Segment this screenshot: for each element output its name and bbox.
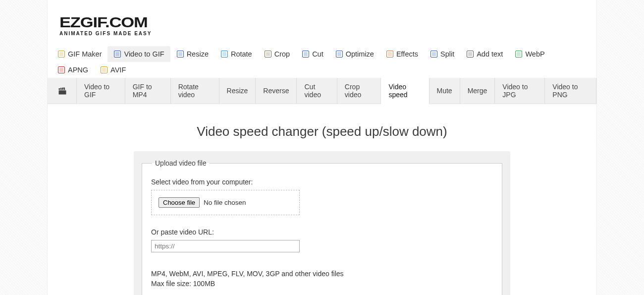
- sub-nav-item-video-to-jpg[interactable]: Video to JPG: [495, 78, 545, 104]
- video-to-gif-icon: [113, 50, 121, 58]
- file-drop-zone[interactable]: Choose file No file chosen: [151, 190, 300, 215]
- main-nav-label: Rotate: [231, 50, 252, 58]
- main-nav-label: Resize: [187, 50, 209, 58]
- sub-nav-label: Merge: [468, 87, 487, 95]
- main-nav-label: Effects: [396, 50, 418, 58]
- sub-nav-item-mute[interactable]: Mute: [429, 78, 460, 104]
- rotate-icon: [220, 50, 228, 58]
- svg-rect-3: [62, 88, 63, 90]
- main-nav-label: APNG: [68, 66, 88, 74]
- upload-legend: Upload video file: [152, 159, 210, 167]
- header: EZGIF.COM ANIMATED GIFS MADE EASY: [48, 0, 596, 41]
- sub-nav: Video to GIFGIF to MP4Rotate videoResize…: [48, 78, 596, 104]
- svg-rect-1: [59, 88, 60, 90]
- hint-formats: MP4, WebM, AVI, MPEG, FLV, MOV, 3GP and …: [151, 270, 344, 278]
- sub-nav-item-reverse[interactable]: Reverse: [256, 78, 297, 104]
- sub-nav-label: Video speed: [388, 83, 421, 99]
- main-nav-item-cut[interactable]: Cut: [296, 46, 329, 62]
- svg-rect-0: [59, 90, 66, 94]
- crop-icon: [264, 50, 272, 58]
- upload-fieldset: Upload video file Select video from your…: [142, 159, 502, 295]
- main-nav-item-crop[interactable]: Crop: [258, 46, 296, 62]
- sub-nav-item-video-to-png[interactable]: Video to PNG: [545, 78, 596, 104]
- main-nav-item-apng[interactable]: APNG: [52, 62, 94, 78]
- content: Video speed changer (speed up/slow down)…: [48, 104, 596, 295]
- hint-maxsize: Max file size: 100MB: [151, 280, 215, 288]
- choose-file-button[interactable]: Choose file: [159, 197, 200, 208]
- sub-nav-label: Video to JPG: [502, 83, 537, 99]
- sub-nav-label: GIF to MP4: [133, 83, 163, 99]
- cut-icon: [302, 50, 310, 58]
- sub-nav-label: Cut video: [304, 83, 329, 99]
- optimize-icon: [335, 50, 343, 58]
- effects-icon: [386, 50, 394, 58]
- apng-icon: [57, 66, 65, 74]
- main-nav-label: GIF Maker: [68, 50, 102, 58]
- logo-link[interactable]: EZGIF.COM ANIMATED GIFS MADE EASY: [59, 15, 585, 36]
- svg-rect-4: [63, 87, 65, 90]
- split-icon: [430, 50, 438, 58]
- file-status-text: No file chosen: [204, 199, 246, 206]
- main-nav-item-optimize[interactable]: Optimize: [329, 46, 380, 62]
- main-nav-label: Add text: [477, 50, 503, 58]
- main-nav-label: AVIF: [110, 66, 126, 74]
- upload-hint: MP4, WebM, AVI, MPEG, FLV, MOV, 3GP and …: [151, 269, 493, 289]
- svg-rect-2: [60, 88, 62, 90]
- sub-nav-item-video-to-gif[interactable]: Video to GIF: [76, 78, 125, 104]
- main-nav-item-resize[interactable]: Resize: [170, 46, 215, 62]
- main-nav-item-rotate[interactable]: Rotate: [215, 46, 258, 62]
- url-input[interactable]: [151, 240, 300, 252]
- main-nav-item-gif-maker[interactable]: GIF Maker: [52, 46, 107, 62]
- main-nav-label: Crop: [274, 50, 290, 58]
- main-nav-item-video-to-gif[interactable]: Video to GIF: [107, 46, 170, 62]
- main-nav: GIF MakerVideo to GIFResizeRotateCropCut…: [48, 41, 596, 78]
- sub-nav-label: Mute: [437, 87, 452, 95]
- film-icon: [52, 78, 76, 104]
- webp-icon: [515, 50, 523, 58]
- main-nav-item-split[interactable]: Split: [424, 46, 460, 62]
- main-nav-label: Video to GIF: [124, 50, 164, 58]
- main-nav-item-avif[interactable]: AVIF: [94, 62, 132, 78]
- url-label: Or paste video URL:: [151, 228, 493, 236]
- sub-nav-item-gif-to-mp4[interactable]: GIF to MP4: [125, 78, 171, 104]
- avif-icon: [100, 66, 108, 74]
- upload-panel: Upload video file Select video from your…: [134, 151, 510, 295]
- sub-nav-item-rotate-video[interactable]: Rotate video: [171, 78, 219, 104]
- sub-nav-label: Resize: [227, 87, 248, 95]
- sub-nav-item-resize[interactable]: Resize: [219, 78, 256, 104]
- logo-main: EZGIF.COM: [59, 15, 644, 30]
- sub-nav-item-merge[interactable]: Merge: [460, 78, 495, 104]
- sub-nav-label: Video to PNG: [552, 83, 589, 99]
- main-nav-item-add-text[interactable]: Add text: [460, 46, 509, 62]
- main-nav-label: Cut: [312, 50, 323, 58]
- sub-nav-item-crop-video[interactable]: Crop video: [337, 78, 381, 104]
- add-text-icon: [466, 50, 474, 58]
- sub-nav-label: Reverse: [263, 87, 289, 95]
- sub-nav-label: Rotate video: [178, 83, 212, 99]
- main-nav-label: WebP: [525, 50, 544, 58]
- sub-nav-item-cut-video[interactable]: Cut video: [297, 78, 337, 104]
- sub-nav-item-video-speed[interactable]: Video speed: [381, 78, 429, 104]
- sub-nav-label: Video to GIF: [84, 83, 117, 99]
- main-nav-item-effects[interactable]: Effects: [380, 46, 424, 62]
- page-title: Video speed changer (speed up/slow down): [57, 124, 587, 139]
- main-nav-item-webp[interactable]: WebP: [509, 46, 550, 62]
- select-file-label: Select video from your computer:: [151, 178, 493, 186]
- logo-sub: ANIMATED GIFS MADE EASY: [59, 31, 585, 36]
- gif-maker-icon: [57, 50, 65, 58]
- main-nav-label: Split: [440, 50, 454, 58]
- main-nav-label: Optimize: [346, 50, 374, 58]
- sub-nav-label: Crop video: [345, 83, 374, 99]
- resize-icon: [176, 50, 184, 58]
